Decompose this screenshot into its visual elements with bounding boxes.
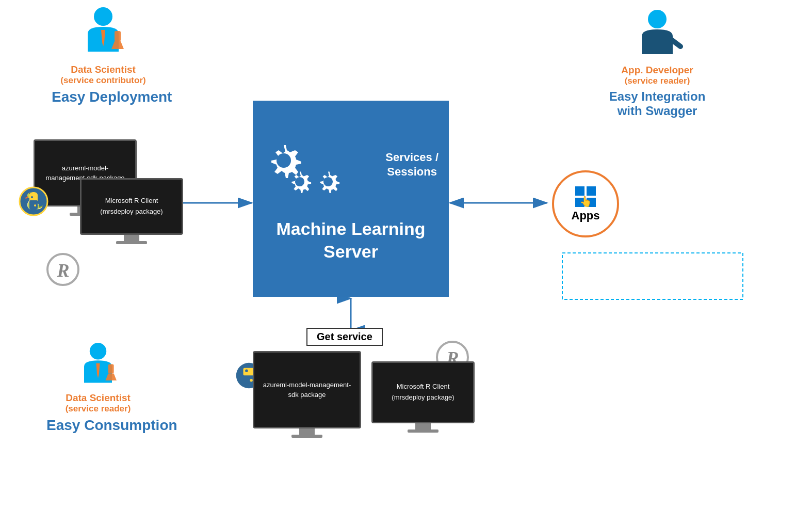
- easy-deployment-label: Easy Deployment: [52, 89, 155, 105]
- bottom-role-detail: (service reader): [46, 404, 150, 414]
- bottom-monitor-left: azureml-model-management-sdk package: [253, 351, 361, 438]
- bottom-person-title: Data Scientist (service reader): [46, 392, 150, 414]
- easy-consumption-label: Easy Consumption: [46, 417, 150, 434]
- diagram-container: Data Scientist (service contributor) Eas…: [0, 0, 812, 525]
- svg-point-35: [90, 343, 106, 359]
- app-developer-icon: [631, 8, 683, 65]
- small-gear1-icon: [286, 168, 313, 195]
- top-left-role: Data Scientist: [52, 64, 155, 75]
- svg-point-28: [295, 177, 304, 186]
- svg-rect-23: [29, 200, 38, 208]
- r-icon-left: R: [46, 253, 80, 287]
- svg-rect-13: [115, 31, 121, 41]
- left-monitor-front: Microsoft R Client (mrsdeploy package): [80, 178, 183, 244]
- top-right-person: App. Developer (service reader) Easy Int…: [595, 8, 719, 118]
- svg-text:R: R: [56, 260, 69, 281]
- top-left-person: Data Scientist (service contributor) Eas…: [52, 5, 155, 105]
- small-gear2-icon: [315, 168, 342, 195]
- svg-point-27: [277, 153, 291, 168]
- get-service-box: Get service: [306, 328, 383, 346]
- top-right-person-title: App. Developer (service reader): [595, 65, 719, 86]
- svg-rect-36: [108, 364, 114, 374]
- top-right-role-detail: (service reader): [595, 76, 719, 86]
- top-left-person-title: Data Scientist (service contributor): [52, 64, 155, 86]
- top-right-role: App. Developer: [595, 65, 719, 76]
- central-box: Services /Sessions Machine Learning Serv…: [253, 101, 449, 297]
- svg-point-12: [94, 7, 112, 26]
- python-icon-left: 🐍: [18, 186, 49, 217]
- svg-point-41: [245, 370, 248, 373]
- svg-point-16: [648, 10, 667, 28]
- bottom-role: Data Scientist: [46, 392, 150, 404]
- svg-rect-11: [562, 253, 743, 299]
- svg-rect-30: [575, 186, 584, 196]
- services-sessions-label: Services /Sessions: [385, 150, 439, 180]
- get-service-label: Get service: [317, 331, 372, 342]
- svg-point-22: [31, 196, 33, 198]
- svg-text:👆: 👆: [579, 195, 592, 208]
- easy-integration-label: Easy Integration with Swagger: [595, 89, 719, 118]
- bottom-left-person: Data Scientist (service reader) Easy Con…: [46, 341, 150, 434]
- apps-label: Apps: [572, 209, 600, 222]
- svg-point-43: [250, 379, 253, 382]
- bottom-monitor-right: Microsoft R Client (mrsdeploy package): [371, 361, 475, 433]
- r-logo-left: R: [46, 253, 80, 289]
- data-scientist-bottom-icon: [75, 341, 121, 392]
- top-left-role-detail: (service contributor): [52, 75, 155, 86]
- svg-point-24: [34, 204, 36, 206]
- svg-rect-31: [587, 186, 596, 196]
- data-scientist-icon-top-left: [77, 5, 129, 62]
- apps-circle: 👆 Apps: [552, 170, 619, 237]
- svg-point-29: [323, 177, 333, 186]
- ml-server-label: Machine Learning Server: [276, 217, 425, 263]
- windows-icon: 👆: [574, 185, 597, 208]
- python-logo-left: 🐍: [18, 186, 49, 219]
